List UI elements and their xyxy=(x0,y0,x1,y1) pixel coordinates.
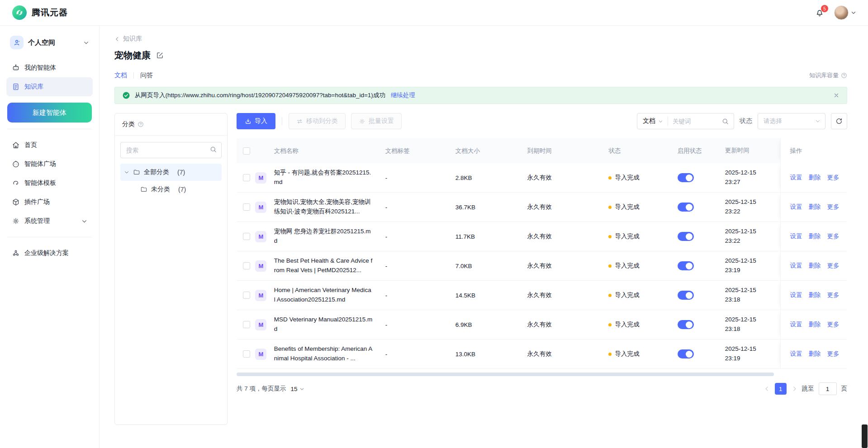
avatar xyxy=(834,5,849,20)
category-search-input[interactable] xyxy=(120,142,222,158)
row-checkbox[interactable] xyxy=(243,350,250,358)
kb-capacity[interactable]: 知识库容量 xyxy=(809,71,847,80)
notification-bell[interactable]: 5 xyxy=(815,8,824,17)
horizontal-scrollbar-thumb[interactable] xyxy=(237,373,774,376)
prev-page-button[interactable] xyxy=(764,386,770,392)
page-scrollbar-thumb[interactable] xyxy=(862,424,868,448)
user-menu[interactable] xyxy=(834,5,856,20)
enable-toggle[interactable] xyxy=(678,173,694,182)
status-text: 导入完成 xyxy=(615,350,639,358)
category-title: 分类 xyxy=(122,120,135,128)
more-link[interactable]: 更多 xyxy=(827,174,839,182)
status-filter-select[interactable]: 请选择 xyxy=(758,113,825,129)
enable-toggle[interactable] xyxy=(678,349,694,358)
row-checkbox[interactable] xyxy=(243,233,250,240)
edit-title-icon[interactable] xyxy=(156,52,164,59)
enable-toggle[interactable] xyxy=(678,291,694,300)
more-link[interactable]: 更多 xyxy=(827,262,839,270)
close-icon[interactable] xyxy=(833,92,840,99)
jump-page-input[interactable]: 1 xyxy=(819,382,837,395)
sidebar-item-my-agents[interactable]: 我的智能体 xyxy=(6,58,93,77)
row-checkbox[interactable] xyxy=(243,203,250,211)
updated-time: 23:22 xyxy=(725,236,781,246)
sidebar-item-agent-templates[interactable]: 智能体模板 xyxy=(6,174,93,193)
document-name[interactable]: 知乎 - 有问题,就会有答案20251215.md xyxy=(274,168,373,187)
more-link[interactable]: 更多 xyxy=(827,350,839,358)
delete-link[interactable]: 删除 xyxy=(808,262,821,270)
sidebar-item-label: 企业级解决方案 xyxy=(24,249,69,257)
keyword-input[interactable] xyxy=(668,118,721,125)
page-size-select[interactable]: 15 xyxy=(291,386,304,392)
documents-table: 文档名称 文档标签 文档大小 到期时间 状态 启用状态 更新时间 操作 M xyxy=(237,138,847,376)
document-name[interactable]: The Best Pet Health & Care Advice from R… xyxy=(274,256,373,275)
chevron-down-icon[interactable] xyxy=(124,170,129,175)
tab-qa[interactable]: 问答 xyxy=(140,71,153,80)
sidebar-item-system-mgmt[interactable]: 系统管理 xyxy=(6,212,93,231)
updated-date: 2025-12-15 xyxy=(725,286,781,295)
document-name[interactable]: Home | American Veterinary Medical Assoc… xyxy=(274,286,373,305)
tab-documents[interactable]: 文档 xyxy=(114,71,127,80)
type-filter-select[interactable]: 文档 xyxy=(637,117,668,125)
settings-link[interactable]: 设置 xyxy=(790,350,802,358)
more-link[interactable]: 更多 xyxy=(827,203,839,211)
brand-logo-icon xyxy=(12,5,27,20)
new-agent-button[interactable]: 新建智能体 xyxy=(7,103,92,123)
sidebar-item-label: 插件广场 xyxy=(24,198,50,206)
type-filter-value: 文档 xyxy=(643,117,655,125)
enable-toggle[interactable] xyxy=(678,261,694,270)
sidebar-item-agent-market[interactable]: 智能体广场 xyxy=(6,155,93,174)
next-page-button[interactable] xyxy=(791,386,797,392)
more-link[interactable]: 更多 xyxy=(827,232,839,241)
chevron-down-icon xyxy=(658,119,663,124)
delete-link[interactable]: 删除 xyxy=(808,291,821,299)
settings-link[interactable]: 设置 xyxy=(790,321,802,329)
delete-link[interactable]: 删除 xyxy=(808,350,821,358)
enable-toggle[interactable] xyxy=(678,232,694,241)
document-name[interactable]: 宠物网 您身边养宠社群20251215.md xyxy=(274,227,373,246)
sidebar-item-home[interactable]: 首页 xyxy=(6,136,93,155)
settings-link[interactable]: 设置 xyxy=(790,232,802,241)
tree-node-all-categories[interactable]: 全部分类 (7) xyxy=(120,164,222,181)
updated-time: 23:19 xyxy=(725,354,781,363)
refresh-button[interactable] xyxy=(831,113,847,129)
banner-continue-link[interactable]: 继续处理 xyxy=(391,91,415,99)
import-button[interactable]: 导入 xyxy=(237,113,275,129)
delete-link[interactable]: 删除 xyxy=(808,232,821,241)
breadcrumb[interactable]: 知识库 xyxy=(114,35,142,43)
search-icon[interactable] xyxy=(721,118,734,125)
settings-link[interactable]: 设置 xyxy=(790,262,802,270)
sidebar-item-enterprise[interactable]: 企业级解决方案 xyxy=(6,244,93,263)
enable-toggle[interactable] xyxy=(678,320,694,329)
row-checkbox[interactable] xyxy=(243,174,250,181)
sidebar-item-plugin-market[interactable]: 插件广场 xyxy=(6,193,93,212)
current-page-button[interactable]: 1 xyxy=(775,383,787,395)
document-name[interactable]: 宠物知识,宠物大全,宠物美容,宠物训练知识-波奇宠物百科2025121... xyxy=(274,198,373,217)
document-tag: - xyxy=(385,233,455,240)
brand[interactable]: 腾讯元器 xyxy=(12,5,68,20)
settings-link[interactable]: 设置 xyxy=(790,174,802,182)
tree-node-uncategorized[interactable]: 未分类 (7) xyxy=(120,181,222,198)
import-label: 导入 xyxy=(255,117,267,125)
delete-link[interactable]: 删除 xyxy=(808,174,821,182)
workspace-switcher[interactable]: 个人空间 xyxy=(6,33,93,52)
move-to-category-button[interactable]: 移动到分类 xyxy=(289,113,346,129)
settings-link[interactable]: 设置 xyxy=(790,203,802,211)
delete-link[interactable]: 删除 xyxy=(808,321,821,329)
question-circle-icon[interactable] xyxy=(138,121,144,127)
status-text: 导入完成 xyxy=(615,262,639,270)
delete-link[interactable]: 删除 xyxy=(808,203,821,211)
select-all-checkbox[interactable] xyxy=(243,147,250,155)
row-checkbox[interactable] xyxy=(243,321,250,328)
document-name[interactable]: MSD Veterinary Manual20251215.md xyxy=(274,315,373,334)
import-success-banner: 从网页导入(https://www.zhihu.com/ring/host/19… xyxy=(114,87,847,104)
row-checkbox[interactable] xyxy=(243,292,250,299)
more-link[interactable]: 更多 xyxy=(827,321,839,329)
settings-link[interactable]: 设置 xyxy=(790,291,802,299)
batch-settings-button[interactable]: 批量设置 xyxy=(351,113,402,129)
row-checkbox[interactable] xyxy=(243,262,250,269)
more-link[interactable]: 更多 xyxy=(827,291,839,299)
enable-toggle[interactable] xyxy=(678,203,694,212)
sidebar-item-knowledge-base[interactable]: 知识库 xyxy=(6,77,93,96)
chevron-down-icon xyxy=(851,10,856,15)
document-name[interactable]: Benefits of Membership: American Animal … xyxy=(274,344,373,363)
